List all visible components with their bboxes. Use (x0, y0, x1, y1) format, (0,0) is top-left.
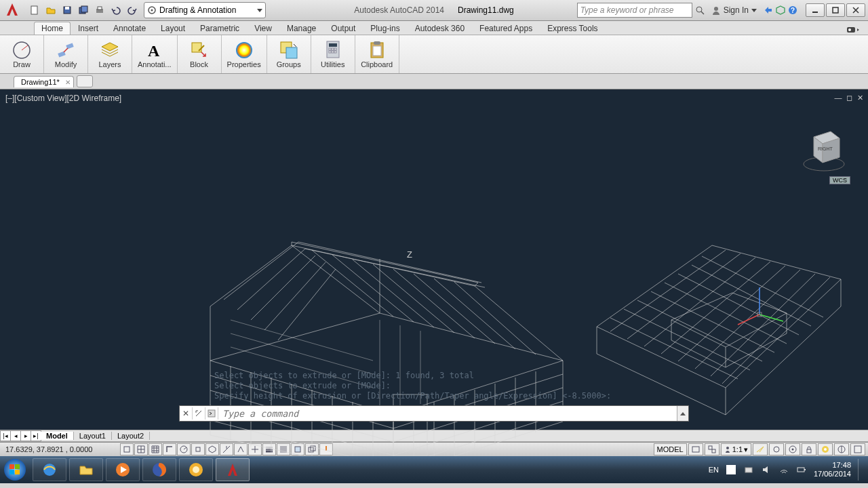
signin-button[interactable]: Sign In (707, 5, 761, 15)
cmdline-settings-icon[interactable] (193, 407, 205, 420)
taskbar-app-icon[interactable] (179, 458, 213, 481)
viewport-close-icon[interactable]: ✕ (856, 94, 864, 102)
redo-icon[interactable] (125, 3, 140, 18)
svg-text:?: ? (791, 7, 795, 14)
taskbar-explorer-icon[interactable] (69, 458, 103, 481)
ribbon-tab-featured-apps[interactable]: Featured Apps (472, 22, 540, 35)
undo-icon[interactable] (108, 3, 123, 18)
annotation-visibility-icon[interactable] (753, 443, 768, 455)
saveas-icon[interactable] (76, 3, 91, 18)
open-icon[interactable] (43, 3, 58, 18)
exchange-icon[interactable] (764, 5, 773, 15)
quickview-drawings-icon[interactable] (705, 443, 719, 455)
show-desktop-button[interactable] (858, 459, 864, 481)
start-button[interactable] (0, 456, 30, 483)
layout-prev-icon[interactable]: ◂ (10, 430, 21, 441)
close-tab-icon[interactable]: ✕ (65, 79, 71, 86)
layout-tab-model[interactable]: Model (41, 432, 74, 440)
ribbon-tab-express-tools[interactable]: Express Tools (540, 22, 605, 35)
document-tab[interactable]: Drawing11* ✕ (14, 76, 74, 87)
search-input[interactable]: Type a keyword or phrase (577, 3, 692, 18)
drawing-viewport[interactable]: [–][Custom View][2D Wireframe] — ◻ ✕ (0, 89, 868, 430)
minimize-button[interactable] (806, 3, 825, 17)
taskbar-ie-icon[interactable] (33, 458, 66, 481)
svg-point-9 (696, 7, 702, 12)
tray-network-icon[interactable] (743, 464, 754, 475)
annotation-autoscale-icon[interactable] (769, 443, 784, 455)
panel-groups[interactable]: Groups (267, 35, 311, 73)
panel-properties[interactable]: Properties (222, 35, 267, 73)
ribbon-tab-layout[interactable]: Layout (153, 22, 193, 35)
layout-next-icon[interactable]: ▸ (20, 430, 31, 441)
help-icon[interactable]: ? (788, 5, 797, 15)
ribbon-tab-view[interactable]: View (247, 22, 279, 35)
layout-first-icon[interactable]: |◂ (0, 430, 11, 441)
panel-layers[interactable]: Layers (88, 35, 132, 73)
quickview-layouts-icon[interactable] (688, 443, 703, 455)
panel-modify[interactable]: Modify (44, 35, 88, 73)
search-icon[interactable] (695, 5, 705, 15)
close-cmdline-icon[interactable]: ✕ (180, 407, 193, 420)
annotation-scale-button[interactable]: 1:1▾ (721, 443, 751, 455)
grid-icon[interactable] (149, 443, 162, 455)
ribbon-tab-annotate[interactable]: Annotate (106, 22, 153, 35)
wireframe-model-left (190, 225, 570, 476)
ribbon-tab-plug-ins[interactable]: Plug-ins (363, 22, 407, 35)
system-clock[interactable]: 17:4817/06/2014 (814, 461, 851, 479)
layout-last-icon[interactable]: ▸| (31, 430, 41, 441)
tray-wifi-icon[interactable] (778, 464, 789, 475)
workspace-switch-icon[interactable] (785, 443, 800, 455)
polar-icon[interactable] (177, 443, 191, 455)
close-button[interactable] (846, 3, 865, 17)
ribbon-tab-autodesk-360[interactable]: Autodesk 360 (408, 22, 472, 35)
autodesk360-icon[interactable] (776, 5, 785, 15)
tray-battery-icon[interactable] (796, 464, 807, 475)
panel-draw[interactable]: Draw (0, 35, 44, 73)
viewport-minimize-icon[interactable]: — (834, 94, 842, 102)
viewport-maximize-icon[interactable]: ◻ (845, 94, 853, 102)
cmdline-history-dropdown[interactable] (677, 406, 688, 421)
infer-constraints-icon[interactable] (120, 443, 134, 455)
viewport-label[interactable]: [–][Custom View][2D Wireframe] (5, 94, 121, 103)
command-input[interactable] (218, 408, 677, 420)
language-indicator[interactable]: EN (709, 466, 719, 474)
toolbar-lock-icon[interactable] (802, 443, 816, 455)
workspace-selector[interactable]: Drafting & Annotation (144, 2, 266, 18)
ribbon-tab-insert[interactable]: Insert (71, 22, 106, 35)
autocad-logo[interactable] (0, 0, 24, 20)
ribbon-tab-home[interactable]: Home (34, 22, 71, 35)
maximize-button[interactable] (826, 3, 845, 17)
model-space-button[interactable]: MODEL (654, 443, 687, 455)
ribbon-tab-manage[interactable]: Manage (279, 22, 323, 35)
save-icon[interactable] (60, 3, 75, 18)
taskbar-firefox-icon[interactable] (142, 458, 176, 481)
taskbar-wmp-icon[interactable] (106, 458, 140, 481)
viewcube[interactable]: RIGHT WCS (800, 123, 848, 178)
new-icon[interactable] (27, 3, 42, 18)
clean-screen-icon[interactable] (850, 443, 865, 455)
panel-block[interactable]: Block (178, 35, 222, 73)
layout-tab-layout2[interactable]: Layout2 (112, 432, 150, 440)
svg-rect-33 (332, 51, 334, 53)
panel-utilities[interactable]: Utilities (311, 35, 355, 73)
coordinates[interactable]: 17.6329, 37.8921 , 0.0000 (0, 445, 119, 453)
new-document-tab[interactable] (77, 75, 93, 87)
print-icon[interactable] (92, 3, 107, 18)
panel-clipboard[interactable]: Clipboard (355, 35, 399, 73)
panel-annotati[interactable]: AAnnotati... (132, 35, 178, 73)
ribbon-tab-output[interactable]: Output (323, 22, 363, 35)
tray-volume-icon[interactable] (761, 464, 772, 475)
command-line[interactable]: ✕ (179, 405, 689, 422)
taskbar-autocad-icon[interactable] (216, 458, 250, 481)
ribbon-minimize-icon[interactable] (846, 26, 860, 35)
tray-flag-icon[interactable] (726, 464, 736, 475)
hardware-accel-icon[interactable] (818, 443, 833, 455)
ortho-icon[interactable] (163, 443, 176, 455)
layout-tab-layout1[interactable]: Layout1 (74, 432, 112, 440)
isolate-objects-icon[interactable] (834, 443, 849, 455)
ribbon-tab-parametric[interactable]: Parametric (193, 22, 247, 35)
wcs-label[interactable]: WCS (829, 176, 850, 184)
ucs-icon (732, 281, 787, 335)
modify-icon (56, 40, 76, 60)
snap-icon[interactable] (134, 443, 148, 455)
